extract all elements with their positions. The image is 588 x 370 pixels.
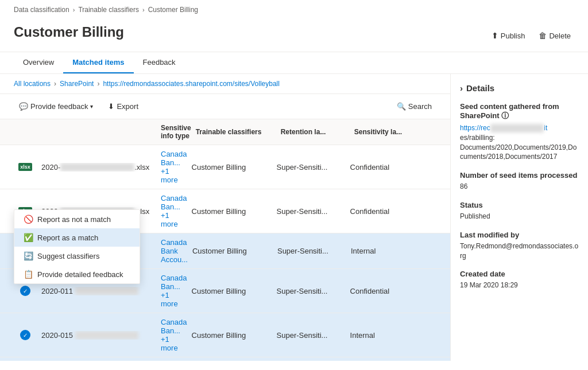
- sensitivity-val: Internal: [351, 247, 408, 255]
- detail-modified-by: Last modified by Tony.Redmond@redmondass…: [460, 231, 579, 261]
- retention-val: Super-Sensiti...: [277, 287, 346, 295]
- feedback-icon: 💬: [19, 102, 28, 111]
- page-actions: ⬆ Publish 🗑 Delete: [488, 26, 574, 45]
- retention-val: Super-Sensiti...: [277, 247, 346, 255]
- not-match-icon: 🚫: [24, 215, 33, 224]
- detail-seed-content: Seed content gathered from SharePoint ⓘ …: [460, 102, 579, 162]
- publish-icon: ⬆: [492, 31, 498, 40]
- col-header-classifier: Trainable classifiers: [196, 128, 276, 136]
- tab-overview[interactable]: Overview: [14, 52, 63, 73]
- sensitive-info[interactable]: Canada Ban... +1 more: [161, 194, 187, 228]
- sensitive-info[interactable]: Canada Ban... +1 more: [161, 274, 187, 308]
- detail-created-date: Created date 19 Mar 2020 18:29: [460, 270, 579, 290]
- detail-seed-label: Seed content gathered from SharePoint ⓘ: [460, 102, 579, 121]
- breadcrumb: Data classification › Trainable classifi…: [0, 0, 588, 20]
- sensitivity-val: Internal: [350, 331, 408, 340]
- sensitive-info[interactable]: Canada Bank Accou...: [161, 238, 188, 264]
- main-layout: All locations › SharePoint › https://red…: [0, 74, 588, 361]
- classifier-val: Customer Billing: [192, 207, 272, 216]
- col-header-sensitivity: Sensitivity la...: [354, 128, 412, 136]
- dropdown-item-suggest[interactable]: 🔄 Suggest classifiers: [14, 247, 140, 265]
- location-all[interactable]: All locations: [14, 80, 51, 88]
- search-button[interactable]: 🔍 Search: [392, 99, 436, 114]
- classifier-val: Customer Billing: [192, 331, 272, 340]
- breadcrumb-data-classification[interactable]: Data classification: [14, 6, 69, 14]
- delete-icon: 🗑: [539, 31, 547, 40]
- dropdown-item-not-match[interactable]: 🚫 Report as not a match: [14, 210, 140, 228]
- tab-matched-items[interactable]: Matched items: [63, 52, 133, 73]
- detail-status-label: Status: [460, 201, 579, 209]
- breadcrumb-sep-1: ›: [73, 6, 75, 13]
- tab-feedback[interactable]: Feedback: [134, 52, 185, 73]
- table-header: Sensitive info type Trainable classifier…: [0, 119, 450, 145]
- provide-feedback-button[interactable]: 💬 Provide feedback ▾: [14, 99, 98, 114]
- export-icon: ⬇: [108, 102, 114, 111]
- toolbar: 💬 Provide feedback ▾ ⬇ Export 🔍 Search: [0, 94, 450, 119]
- suggest-icon: 🔄: [24, 251, 33, 260]
- detail-seed-value: https://rec████████████it es/rabilling: …: [460, 123, 579, 162]
- sensitivity-val: Confidential: [350, 163, 408, 172]
- details-chevron-icon: ›: [460, 83, 463, 93]
- details-header[interactable]: › Details: [460, 83, 579, 93]
- detail-status: Status Published: [460, 201, 579, 221]
- detail-created-label: Created date: [460, 270, 579, 278]
- check-selected-icon: [14, 330, 37, 340]
- toolbar-left: 💬 Provide feedback ▾ ⬇ Export: [14, 99, 144, 114]
- details-panel: › Details Seed content gathered from Sha…: [450, 74, 588, 361]
- location-sharepoint[interactable]: SharePoint: [60, 80, 94, 88]
- content-area: All locations › SharePoint › https://red…: [0, 74, 450, 361]
- detail-seed-count-value: 86: [460, 182, 579, 192]
- detail-seed-count: Number of seed items processed 86: [460, 171, 579, 192]
- delete-button[interactable]: 🗑 Delete: [535, 29, 574, 42]
- table-row[interactable]: 2020-015 ████████████ Canada Ban... +1 m…: [0, 313, 450, 357]
- dropdown-item-match[interactable]: ✅ Report as a match: [14, 228, 140, 247]
- tabs: Overview Matched items Feedback: [0, 52, 588, 74]
- sensitive-info[interactable]: Canada Ban... +1 more: [161, 318, 187, 352]
- search-icon: 🔍: [397, 102, 406, 111]
- detailed-icon: 📋: [24, 270, 33, 279]
- publish-button[interactable]: ⬆ Publish: [488, 29, 529, 42]
- file-icon: xlsx: [14, 163, 37, 171]
- match-icon: ✅: [24, 233, 33, 242]
- location-bar: All locations › SharePoint › https://red…: [0, 74, 450, 94]
- chevron-down-icon: ▾: [90, 103, 93, 110]
- sensitivity-val: Confidential: [350, 207, 408, 216]
- export-button[interactable]: ⬇ Export: [103, 99, 144, 114]
- col-header-retention: Retention la...: [281, 128, 350, 136]
- detail-status-value: Published: [460, 212, 579, 221]
- classifier-val: Customer Billing: [192, 247, 273, 255]
- col-header-sensitive: Sensitive info type: [161, 124, 191, 140]
- sensitive-info[interactable]: Canada Ban... +1 more: [161, 150, 187, 184]
- classifier-val: Customer Billing: [192, 287, 272, 295]
- feedback-dropdown-menu: 🚫 Report as not a match ✅ Report as a ma…: [14, 209, 140, 284]
- breadcrumb-trainable-classifiers[interactable]: Trainable classifiers: [78, 6, 139, 14]
- table-row[interactable]: xlsx 2020-██████████████.xlsx Canada Ban…: [0, 145, 450, 189]
- retention-val: Super-Sensiti...: [277, 207, 346, 216]
- retention-val: Super-Sensiti...: [277, 163, 346, 172]
- file-name: 2020-██████████████.xlsx: [41, 163, 156, 172]
- sensitivity-val: Confidential: [350, 287, 408, 295]
- detail-seed-count-label: Number of seed items processed: [460, 171, 579, 180]
- retention-val: Super-Sensiti...: [277, 331, 346, 340]
- file-name: 2020-015 ████████████: [41, 331, 156, 340]
- classifier-val: Customer Billing: [192, 163, 272, 172]
- page-title: Customer Billing: [14, 24, 124, 40]
- check-selected-icon: [14, 286, 37, 296]
- dropdown-item-detailed[interactable]: 📋 Provide detailed feedback: [14, 265, 140, 283]
- detail-created-value: 19 Mar 2020 18:29: [460, 281, 579, 290]
- page-header: Customer Billing ⬆ Publish 🗑 Delete: [0, 20, 588, 52]
- location-url[interactable]: https://redmondassociates.sharepoint.com…: [103, 80, 280, 88]
- detail-modified-value: Tony.Redmond@redmondassociates.org: [460, 242, 579, 261]
- breadcrumb-current: Customer Billing: [148, 6, 198, 14]
- breadcrumb-sep-2: ›: [142, 6, 145, 13]
- table-row[interactable]: 2020-014 ████████████ Canada Bank Accou.…: [0, 357, 450, 361]
- detail-modified-label: Last modified by: [460, 231, 579, 239]
- file-name: 2020-011 ████████████: [41, 287, 156, 295]
